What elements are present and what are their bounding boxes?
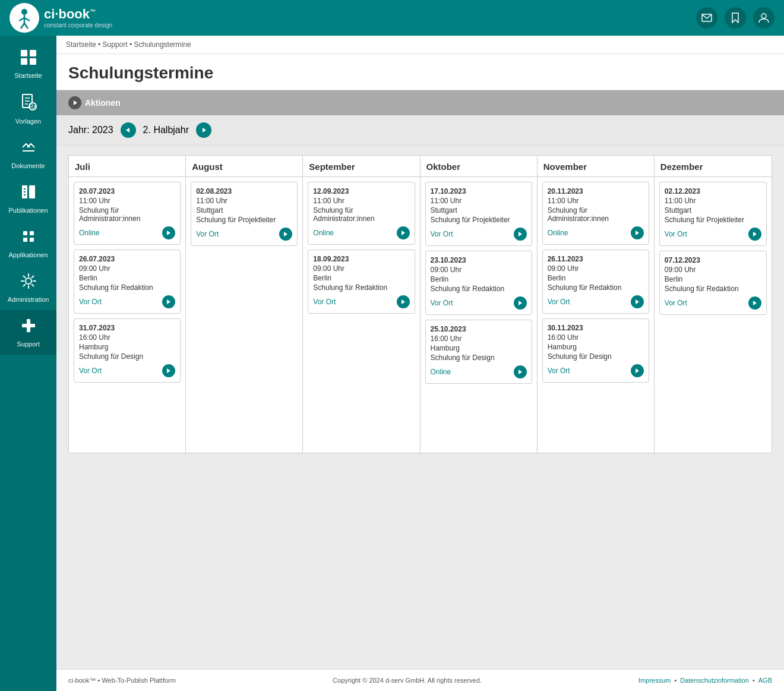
event-time: 11:00 Uhr: [548, 197, 644, 205]
event-date: 18.09.2023: [313, 255, 409, 263]
sidebar-item-applikationen[interactable]: Applikationen: [0, 221, 56, 266]
actions-bar: Aktionen: [56, 90, 784, 115]
actions-play-icon: [68, 96, 81, 109]
footer-impressum[interactable]: Impressum: [638, 677, 671, 684]
footer-datenschutz[interactable]: Datenschutzinformation: [680, 677, 749, 684]
svg-marker-32: [126, 128, 129, 132]
email-button[interactable]: [696, 7, 717, 29]
event-play-button[interactable]: [514, 228, 527, 241]
event-time: 09:00 Uhr: [313, 264, 409, 273]
bookmark-button[interactable]: [725, 7, 746, 29]
event-link[interactable]: Vor Ort: [665, 230, 687, 238]
prev-half-button[interactable]: [121, 122, 136, 138]
breadcrumb-startseite[interactable]: Startseite: [66, 40, 96, 49]
sidebar-item-publikationen[interactable]: Publikationen: [0, 176, 56, 221]
event-play-button[interactable]: [748, 228, 761, 241]
event-play-button[interactable]: [162, 226, 175, 239]
month-col-juli: Juli20.07.202311:00 UhrSchulung für Admi…: [69, 156, 186, 453]
actions-button[interactable]: Aktionen: [68, 96, 121, 109]
event-play-button[interactable]: [162, 364, 175, 377]
event-location: Berlin: [313, 274, 409, 282]
page-title: Schulungstermine: [68, 64, 772, 83]
event-link-row: Vor Ort: [548, 295, 644, 308]
calendar-grid: Juli20.07.202311:00 UhrSchulung für Admi…: [68, 155, 772, 453]
month-header-oktober: Oktober: [421, 156, 537, 177]
event-play-button[interactable]: [514, 365, 527, 378]
user-button[interactable]: [753, 7, 774, 29]
event-link[interactable]: Vor Ort: [79, 298, 102, 306]
event-location: Hamburg: [548, 343, 644, 351]
event-time: 09:00 Uhr: [548, 264, 644, 273]
month-col-oktober: Oktober17.10.202311:00 UhrStuttgartSchul…: [421, 156, 538, 453]
footer-agb[interactable]: AGB: [758, 677, 772, 684]
calendar-wrapper: Juli20.07.202311:00 UhrSchulung für Admi…: [56, 146, 784, 463]
logo-name: ci·book™: [44, 7, 112, 21]
event-link[interactable]: Online: [79, 229, 100, 237]
event-link[interactable]: Online: [548, 229, 568, 237]
event-link[interactable]: Vor Ort: [548, 298, 570, 306]
sidebar-item-support[interactable]: Support: [0, 310, 56, 355]
event-time: 11:00 Uhr: [313, 197, 409, 205]
event-link[interactable]: Vor Ort: [196, 230, 219, 238]
event-card: 17.10.202311:00 UhrStuttgartSchulung für…: [425, 182, 532, 246]
svg-point-0: [21, 9, 27, 15]
svg-line-5: [24, 23, 28, 29]
breadcrumb: Startseite • Support • Schulungstermine: [56, 36, 784, 54]
event-link[interactable]: Vor Ort: [431, 230, 453, 238]
event-time: 11:00 Uhr: [196, 197, 292, 205]
event-date: 17.10.2023: [431, 187, 527, 195]
administration-icon: [20, 273, 37, 294]
month-col-november: November20.11.202311:00 UhrSchulung für …: [538, 156, 655, 453]
svg-marker-46: [753, 232, 757, 236]
event-link-row: Vor Ort: [431, 228, 527, 241]
event-play-button[interactable]: [748, 296, 761, 310]
header-actions: [696, 7, 774, 29]
event-card: 26.11.202309:00 UhrBerlinSchulung für Re…: [542, 250, 649, 314]
event-play-button[interactable]: [631, 364, 644, 377]
breadcrumb-support[interactable]: Support: [103, 40, 128, 49]
event-play-button[interactable]: [397, 295, 410, 308]
svg-marker-40: [519, 232, 522, 236]
event-description: Schulung für Administrator:innen: [313, 206, 409, 223]
event-time: 09:00 Uhr: [79, 264, 175, 273]
svg-marker-42: [519, 370, 522, 374]
svg-rect-23: [24, 194, 26, 195]
logo-figure-svg: [13, 7, 36, 29]
event-link[interactable]: Vor Ort: [313, 298, 336, 306]
event-link[interactable]: Vor Ort: [79, 367, 102, 375]
event-link[interactable]: Online: [313, 229, 334, 237]
event-time: 11:00 Uhr: [79, 197, 175, 205]
svg-marker-36: [167, 368, 170, 373]
svg-line-4: [21, 23, 24, 29]
sidebar-item-startseite[interactable]: Startseite: [0, 42, 56, 86]
event-play-button[interactable]: [162, 295, 175, 308]
event-play-button[interactable]: [514, 296, 527, 310]
month-col-dezember: Dezember02.12.202311:00 UhrStuttgartSchu…: [655, 156, 772, 453]
event-description: Schulung für Design: [431, 354, 527, 362]
event-play-button[interactable]: [279, 228, 292, 241]
footer-links: Impressum • Datenschutzinformation • AGB: [638, 677, 772, 684]
sidebar-item-vorlagen[interactable]: Rx Vorlagen: [0, 86, 56, 132]
event-location: Berlin: [79, 274, 175, 282]
sidebar-item-administration[interactable]: Administration: [0, 266, 56, 310]
sidebar-label-dokumente: Dokumente: [11, 162, 45, 169]
svg-marker-33: [203, 128, 206, 132]
footer-center: Copyright © 2024 d-serv GmbH. All rights…: [333, 677, 482, 684]
event-play-button[interactable]: [631, 226, 644, 239]
event-link[interactable]: Vor Ort: [665, 299, 687, 307]
event-date: 25.10.2023: [431, 325, 527, 333]
svg-rect-21: [24, 188, 26, 190]
event-link[interactable]: Vor Ort: [548, 367, 570, 375]
event-play-button[interactable]: [397, 226, 410, 239]
event-link[interactable]: Vor Ort: [431, 299, 453, 307]
sidebar-label-support: Support: [17, 340, 40, 348]
breadcrumb-sep2: •: [129, 40, 134, 49]
event-play-button[interactable]: [631, 295, 644, 308]
next-half-button[interactable]: [196, 122, 211, 138]
event-time: 09:00 Uhr: [665, 266, 761, 274]
svg-rect-27: [30, 238, 34, 242]
event-location: Hamburg: [79, 343, 175, 351]
svg-rect-9: [30, 50, 36, 56]
sidebar-item-dokumente[interactable]: Dokumente: [0, 132, 56, 176]
event-link[interactable]: Online: [431, 368, 451, 376]
